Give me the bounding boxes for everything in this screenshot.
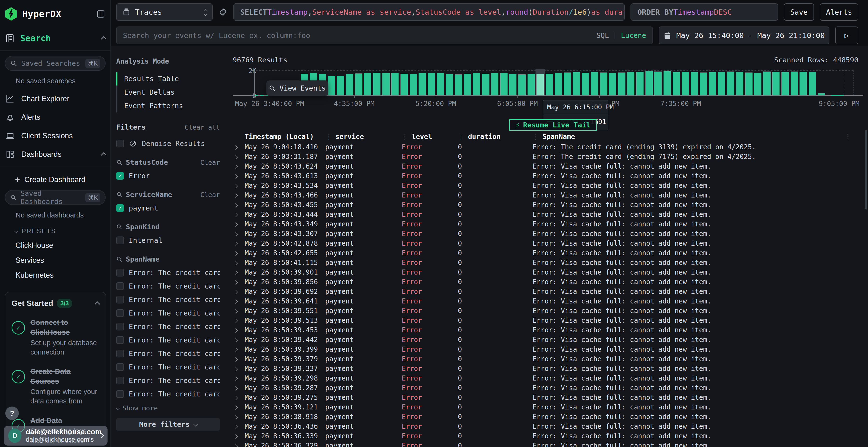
col-timestamp[interactable]: Timestamp (Local): [243, 133, 319, 141]
checkbox-unchecked[interactable]: [116, 282, 124, 290]
table-row[interactable]: May 26 8:50:36.329 PMpaymentError0Error:…: [233, 441, 858, 447]
filter-option[interactable]: Error: The credit card …: [116, 309, 220, 317]
table-row[interactable]: May 26 8:50:39.641 PMpaymentError0Error:…: [233, 296, 858, 306]
table-row[interactable]: May 26 8:50:38.918 PMpaymentError0Error:…: [233, 412, 858, 421]
table-row[interactable]: May 26 8:50:43.466 PMpaymentError0Error:…: [233, 190, 858, 200]
table-row[interactable]: May 26 8:50:39.513 PMpaymentError0Error:…: [233, 315, 858, 325]
denoise-results-checkbox[interactable]: Denoise Results: [116, 139, 220, 148]
chart-plot-area[interactable]: May 26 3:40:00 PM4:35:00 PM5:20:00 PM6:0…: [254, 70, 853, 95]
table-row[interactable]: May 26 8:50:39.856 PMpaymentError0Error:…: [233, 277, 858, 286]
preset-item-services[interactable]: Services: [16, 256, 105, 265]
sidebar-item-dashboards[interactable]: Dashboards: [5, 149, 105, 159]
filter-option[interactable]: Error: The credit card …: [116, 269, 220, 277]
analysis-mode-event-patterns[interactable]: Event Patterns: [116, 99, 220, 112]
table-row[interactable]: May 26 8:50:43.349 PMpaymentError0Error:…: [233, 219, 858, 229]
row-expand-chevron[interactable]: [233, 355, 243, 363]
row-expand-chevron[interactable]: [233, 375, 243, 382]
filter-option[interactable]: Internal: [116, 236, 220, 244]
checkbox-unchecked[interactable]: [116, 363, 124, 371]
table-row[interactable]: May 26 8:50:43.534 PMpaymentError0Error:…: [233, 181, 858, 190]
row-expand-chevron[interactable]: [233, 249, 243, 256]
row-expand-chevron[interactable]: [233, 442, 243, 447]
column-resize-handle[interactable]: ⋮: [532, 133, 539, 140]
row-expand-chevron[interactable]: [233, 211, 243, 218]
save-button[interactable]: Save: [784, 3, 814, 21]
gear-icon[interactable]: [218, 7, 227, 16]
row-expand-chevron[interactable]: [233, 403, 243, 411]
table-row[interactable]: May 26 9:03:31.187 PMpaymentError0Error:…: [233, 152, 858, 161]
row-expand-chevron[interactable]: [233, 432, 243, 440]
filter-option[interactable]: ✓Error: [116, 172, 220, 180]
table-row[interactable]: May 26 8:50:39.337 PMpaymentError0Error:…: [233, 364, 858, 373]
row-expand-chevron[interactable]: [233, 143, 243, 150]
col-spanname[interactable]: ⋮SpanName: [530, 133, 858, 141]
row-expand-chevron[interactable]: [233, 298, 243, 305]
table-row[interactable]: May 26 8:50:43.307 PMpaymentError0Error:…: [233, 229, 858, 238]
table-row[interactable]: May 26 8:50:39.901 PMpaymentError0Error:…: [233, 267, 858, 277]
table-row[interactable]: May 26 8:50:39.442 PMpaymentError0Error:…: [233, 335, 858, 344]
table-row[interactable]: May 26 8:50:39.121 PMpaymentError0Error:…: [233, 402, 858, 412]
col-level[interactable]: ⋮level: [396, 133, 452, 141]
table-row[interactable]: May 26 8:50:42.878 PMpaymentError0Error:…: [233, 238, 858, 248]
more-filters-button[interactable]: More filters: [116, 418, 220, 431]
filter-option[interactable]: Error: The credit card …: [116, 336, 220, 344]
user-account-chip[interactable]: D dale@clickhouse.com dale@clickhouse.co…: [4, 426, 107, 446]
checkbox-unchecked[interactable]: [116, 237, 124, 244]
chevron-up-icon[interactable]: [95, 301, 100, 307]
checkbox-checked[interactable]: ✓: [116, 204, 124, 212]
clear-all-button[interactable]: Clear all: [185, 124, 220, 131]
column-resize-handle[interactable]: ⋮: [325, 133, 332, 140]
row-expand-chevron[interactable]: [233, 326, 243, 334]
checkbox-unchecked[interactable]: [116, 296, 124, 304]
saved-searches-input[interactable]: Saved Searches ⌘K: [5, 56, 105, 71]
row-expand-chevron[interactable]: [233, 182, 243, 189]
show-more-button[interactable]: Show more: [116, 404, 220, 412]
help-button[interactable]: ?: [5, 407, 19, 420]
table-row[interactable]: May 26 8:50:43.455 PMpaymentError0Error:…: [233, 200, 858, 209]
filter-option[interactable]: Error: The credit card …: [116, 390, 220, 398]
row-expand-chevron[interactable]: [233, 230, 243, 237]
saved-dashboards-input[interactable]: Saved Dashboards ⌘K: [5, 190, 105, 205]
table-row[interactable]: May 26 8:50:39.551 PMpaymentError0Error:…: [233, 306, 858, 315]
table-row[interactable]: May 26 8:50:41.115 PMpaymentError0Error:…: [233, 258, 858, 267]
row-expand-chevron[interactable]: [233, 307, 243, 314]
checkbox-checked[interactable]: ✓: [116, 172, 124, 180]
sidebar-item-chart-explorer[interactable]: Chart Explorer: [5, 94, 105, 104]
alerts-button[interactable]: Alerts: [820, 3, 858, 21]
create-dashboard-button[interactable]: + Create Dashboard: [15, 175, 105, 185]
resume-live-tail-button[interactable]: ⚡ Resume Live Tail: [509, 119, 597, 131]
table-row[interactable]: May 26 9:04:18.410 PMpaymentError0Error:…: [233, 142, 858, 152]
analysis-mode-event-deltas[interactable]: Event Deltas: [116, 85, 220, 99]
row-expand-chevron[interactable]: [233, 153, 243, 160]
column-resize-handle[interactable]: ⋮: [458, 133, 464, 140]
sidebar-item-client-sessions[interactable]: Client Sessions: [5, 131, 105, 141]
query-language-toggle[interactable]: SQL | Lucene: [596, 31, 646, 39]
row-expand-chevron[interactable]: [233, 172, 243, 179]
table-row[interactable]: May 26 8:50:36.436 PMpaymentError0Error:…: [233, 421, 858, 431]
row-expand-chevron[interactable]: [233, 240, 243, 247]
filter-option[interactable]: Error: The credit card …: [116, 282, 220, 290]
view-events-button[interactable]: View Events: [267, 80, 328, 96]
lucene-search-input[interactable]: Search your events w/ Lucene ex. column:…: [116, 27, 653, 44]
presets-toggle[interactable]: PRESETS: [15, 227, 105, 235]
checkbox-unchecked[interactable]: [116, 336, 124, 344]
table-row[interactable]: May 26 8:50:39.399 PMpaymentError0Error:…: [233, 344, 858, 354]
checkbox-unchecked[interactable]: [116, 390, 124, 398]
col-service[interactable]: ⋮service: [319, 133, 396, 141]
sql-toggle[interactable]: SQL: [596, 31, 609, 39]
col-duration[interactable]: ⋮duration: [452, 133, 530, 141]
checkbox-unchecked[interactable]: [116, 269, 124, 276]
table-row[interactable]: May 26 8:50:36.339 PMpaymentError0Error:…: [233, 431, 858, 441]
checkbox-unchecked[interactable]: [116, 309, 124, 317]
preset-item-kubernetes[interactable]: Kubernetes: [16, 271, 105, 280]
lucene-toggle[interactable]: Lucene: [621, 31, 646, 39]
row-expand-chevron[interactable]: [233, 317, 243, 324]
table-row[interactable]: May 26 8:50:43.613 PMpaymentError0Error:…: [233, 171, 858, 181]
row-expand-chevron[interactable]: [233, 201, 243, 208]
filter-option[interactable]: Error: The credit card …: [116, 322, 220, 331]
table-row[interactable]: May 26 8:50:42.655 PMpaymentError0Error:…: [233, 248, 858, 258]
table-row[interactable]: May 26 8:50:39.275 PMpaymentError0Error:…: [233, 392, 858, 402]
checkbox-unchecked[interactable]: [116, 140, 124, 147]
scrollbar-thumb[interactable]: [865, 130, 867, 209]
sidebar-item-search[interactable]: Search: [5, 33, 105, 43]
